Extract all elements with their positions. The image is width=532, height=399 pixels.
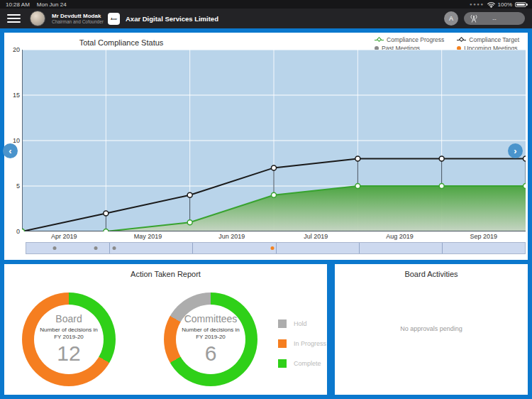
legend-label: Hold bbox=[294, 320, 307, 327]
donut-ring: Board Number of decisions in FY 2019-20 … bbox=[22, 293, 116, 386]
x-tick-label: Jul 2019 bbox=[304, 233, 328, 240]
x-axis-labels: Apr 2019May 2019Jun 2019Jul 2019Aug 2019… bbox=[22, 233, 526, 241]
x-tick-label: Apr 2019 bbox=[51, 233, 77, 240]
board-activities-title: Board Activities bbox=[335, 270, 528, 278]
dashboard-content: Total Compliance Status Compliance Progr… bbox=[0, 28, 532, 399]
compliance-plot bbox=[22, 50, 526, 231]
navigator-divider bbox=[359, 243, 360, 253]
status-time: 10:28 AM bbox=[6, 1, 30, 8]
total-compliance-panel: Total Compliance Status Compliance Progr… bbox=[4, 33, 528, 260]
past-meeting-dot bbox=[113, 246, 116, 250]
y-tick-label: 5 bbox=[16, 182, 20, 190]
navigator-divider bbox=[276, 243, 277, 253]
user-role: Chairman and Cofounder bbox=[52, 19, 104, 24]
company-logo-icon: Axar bbox=[108, 13, 120, 25]
navigator-divider bbox=[192, 243, 193, 253]
battery-percent: 100% bbox=[498, 1, 512, 8]
cellular-signal-icon: ●●●● bbox=[470, 2, 484, 6]
user-avatar[interactable] bbox=[30, 11, 45, 26]
legend-swatch-icon bbox=[278, 359, 287, 368]
x-tick-label: Aug 2019 bbox=[386, 233, 414, 240]
board-donut-chart: Board Number of decisions in FY 2019-20 … bbox=[22, 293, 116, 386]
y-axis-labels: 05101520 bbox=[6, 50, 21, 231]
legend-swatch-icon bbox=[278, 339, 287, 348]
company-name: Axar Digital Services Limited bbox=[126, 15, 218, 23]
chart-title: Total Compliance Status bbox=[4, 38, 238, 47]
upcoming-meeting-dot bbox=[271, 246, 275, 250]
scroll-right-button[interactable]: › bbox=[508, 143, 523, 158]
status-legend: HoldIn ProgressComplete bbox=[278, 319, 326, 368]
donut-ring: Committees Number of decisions in FY 201… bbox=[164, 293, 257, 386]
navigator-divider bbox=[109, 243, 110, 253]
diamond-marker-icon bbox=[375, 37, 384, 43]
legend-label: Compliance Target bbox=[469, 36, 519, 43]
connection-status-pill[interactable]: -- bbox=[464, 12, 525, 25]
x-tick-label: Sep 2019 bbox=[470, 233, 498, 240]
past-meeting-dot bbox=[53, 246, 57, 250]
past-meeting-dot bbox=[94, 246, 97, 250]
x-tick-label: Jun 2019 bbox=[218, 233, 245, 240]
scroll-left-button[interactable]: ‹ bbox=[3, 143, 18, 158]
profile-initial-button[interactable]: A bbox=[444, 11, 458, 26]
app-header: Mr Devdutt Modak Chairman and Cofounder … bbox=[0, 9, 532, 28]
timeline-navigator[interactable] bbox=[26, 242, 526, 254]
action-taken-title: Action Taken Report bbox=[4, 270, 327, 278]
action-taken-panel: Action Taken Report Board Number of deci… bbox=[4, 264, 327, 395]
legend-item[interactable]: Compliance Progress bbox=[375, 36, 444, 43]
donut-subtitle: Number of decisions in FY 2019-20 bbox=[36, 327, 101, 341]
board-activities-panel: Board Activities No approvals pending bbox=[335, 264, 528, 395]
status-legend-item: Complete bbox=[278, 359, 326, 368]
y-tick-label: 20 bbox=[13, 46, 20, 53]
wifi-icon bbox=[487, 1, 495, 8]
donut-title: Committees bbox=[184, 313, 238, 324]
donut-value: 6 bbox=[205, 341, 217, 366]
x-tick-label: May 2019 bbox=[134, 233, 162, 240]
donut-value: 12 bbox=[57, 341, 80, 366]
legend-label: Complete bbox=[294, 360, 321, 367]
legend-swatch-icon bbox=[278, 319, 287, 328]
donut-subtitle: Number of decisions in FY 2019-20 bbox=[178, 327, 243, 341]
committees-donut-chart: Committees Number of decisions in FY 201… bbox=[164, 293, 257, 386]
battery-icon bbox=[515, 2, 526, 7]
empty-state-message: No approvals pending bbox=[335, 325, 528, 332]
user-name: Mr Devdutt Modak bbox=[52, 13, 104, 19]
menu-hamburger-icon[interactable] bbox=[7, 14, 21, 23]
y-tick-label: 15 bbox=[13, 92, 20, 99]
status-date: Mon Jun 24 bbox=[37, 1, 67, 8]
navigator-divider bbox=[442, 243, 443, 253]
status-legend-item: In Progress bbox=[278, 339, 326, 348]
legend-label: In Progress bbox=[294, 340, 326, 347]
connection-status-value: -- bbox=[464, 16, 525, 22]
legend-label: Compliance Progress bbox=[387, 36, 444, 43]
ios-status-bar: 10:28 AM Mon Jun 24 ●●●● 100% bbox=[0, 0, 532, 9]
status-legend-item: Hold bbox=[278, 319, 326, 328]
diamond-marker-icon bbox=[457, 37, 466, 43]
y-tick-label: 10 bbox=[13, 137, 20, 144]
legend-item[interactable]: Compliance Target bbox=[457, 36, 519, 43]
donut-title: Board bbox=[55, 313, 82, 324]
user-info: Mr Devdutt Modak Chairman and Cofounder bbox=[52, 13, 104, 25]
y-tick-label: 0 bbox=[16, 228, 20, 235]
